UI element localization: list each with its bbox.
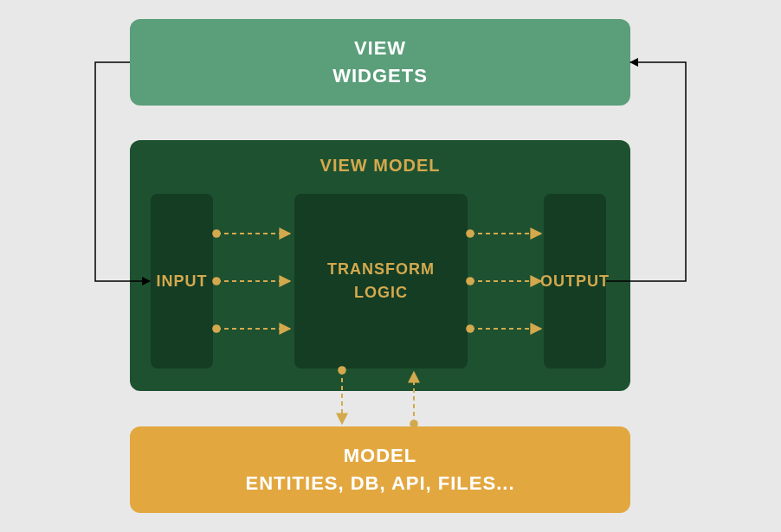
view-subtitle: WIDGETS — [332, 62, 428, 90]
input-label: INPUT — [157, 270, 208, 293]
model-subtitle: ENTITIES, DB, API, FILES... — [246, 470, 515, 497]
view-title: VIEW — [354, 35, 406, 62]
viewmodel-title: VIEW MODEL — [320, 156, 441, 176]
transform-label-line2: LOGIC — [354, 281, 408, 304]
transform-label-line1: TRANSFORM — [327, 258, 435, 281]
output-label: OUTPUT — [540, 270, 610, 293]
viewmodel-box: VIEW MODEL INPUT TRANSFORM LOGIC OUTPUT — [130, 140, 630, 391]
model-title: MODEL — [344, 442, 416, 470]
input-box: INPUT — [151, 194, 213, 369]
view-box: VIEW WIDGETS — [130, 19, 630, 106]
diagram-canvas: VIEW WIDGETS VIEW MODEL INPUT TRANSFORM … — [0, 0, 781, 532]
model-box: MODEL ENTITIES, DB, API, FILES... — [130, 426, 630, 513]
output-box: OUTPUT — [544, 194, 606, 369]
transform-box: TRANSFORM LOGIC — [294, 194, 468, 369]
